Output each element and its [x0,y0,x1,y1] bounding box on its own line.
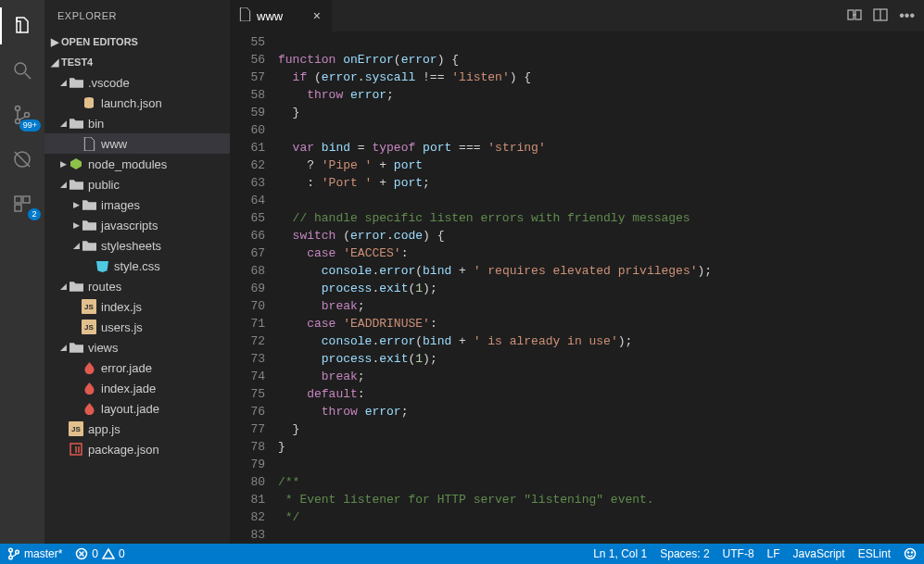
activity-debug[interactable] [0,141,44,178]
split-editor-icon[interactable] [873,7,888,25]
tree-label: users.js [101,320,143,334]
activity-bar: 99+ 2 [0,0,44,544]
chevron-right-icon: ▶ [57,159,69,169]
chevron-down-icon: ◢ [57,343,69,352]
tree-label: www [101,137,127,151]
tree-file-appjs[interactable]: JS app.js [44,419,230,439]
folder-icon [69,340,83,355]
tree-label: error.jade [101,361,152,375]
tree-label: index.js [101,300,142,314]
svg-rect-7 [15,205,21,211]
linter-status[interactable]: ESLint [858,547,891,560]
file-tree: ◢ .vscode launch.json ◢ bin www ▶ node_m… [44,72,230,544]
tree-file-usersjs[interactable]: JS users.js [44,317,230,337]
js-icon: JS [82,320,96,334]
tree-label: javascripts [101,219,158,232]
more-icon[interactable]: ••• [899,7,915,24]
language-mode[interactable]: JavaScript [793,547,845,560]
activity-explorer[interactable] [0,7,44,44]
svg-point-18 [907,552,908,553]
tree-file-packagejson[interactable]: package.json [44,439,230,459]
tab-www[interactable]: www × [230,0,332,31]
tree-file-www[interactable]: www [44,133,230,154]
folder-icon [82,218,96,232]
tree-file-errorjade[interactable]: error.jade [44,357,230,378]
svg-point-15 [16,550,19,554]
chevron-down-icon: ◢ [70,241,82,250]
chevron-down-icon: ◢ [48,56,61,69]
svg-point-3 [25,113,30,118]
tab-label: www [257,9,283,23]
js-icon: JS [82,299,96,314]
js-icon: JS [69,421,83,436]
compare-changes-icon[interactable] [847,7,862,25]
section-root[interactable]: ◢ TEST4 [44,52,230,72]
jade-icon [82,381,96,395]
close-icon[interactable]: × [311,8,323,23]
tree-label: layout.jade [101,402,159,416]
activity-extensions[interactable]: 2 [0,185,44,222]
activity-search[interactable] [0,52,44,89]
search-icon [11,59,33,81]
tree-folder-routes[interactable]: ◢ routes [44,276,230,296]
tree-folder-views[interactable]: ◢ views [44,337,230,357]
chevron-down-icon: ◢ [57,119,69,128]
sidebar: EXPLORER ▶ OPEN EDITORS ◢ TEST4 ◢ .vscod… [44,0,230,544]
encoding-indicator[interactable]: UTF-8 [723,547,754,560]
cursor-position[interactable]: Ln 1, Col 1 [593,547,647,560]
feedback-icon[interactable] [904,547,917,560]
folder-icon [82,238,96,253]
branch-indicator[interactable]: master* [7,547,62,560]
branch-label: master* [24,547,62,560]
tree-folder-images[interactable]: ▶ images [44,194,230,215]
eol-indicator[interactable]: LF [767,547,780,560]
tree-label: bin [88,117,104,131]
problems-indicator[interactable]: 0 0 [75,547,124,560]
chevron-down-icon: ◢ [57,180,69,189]
warnings-count: 0 [119,547,125,560]
indentation-indicator[interactable]: Spaces: 2 [660,547,709,560]
code-content[interactable]: function onError(error) { if (error.sysc… [278,31,924,544]
tree-label: public [88,178,120,192]
activity-scm[interactable]: 99+ [0,96,44,133]
tree-folder-bin[interactable]: ◢ bin [44,113,230,133]
chevron-down-icon: ◢ [57,282,69,291]
gutter: 55 56 57 58 59 60 61 62 63 64 65 66 67 6… [230,31,278,544]
files-icon [11,15,33,37]
status-bar: master* 0 0 Ln 1, Col 1 Spaces: 2 UTF-8 … [0,544,924,564]
svg-point-17 [905,549,916,559]
tree-file-layoutjade[interactable]: layout.jade [44,398,230,419]
tree-folder-stylesheets[interactable]: ◢ stylesheets [44,235,230,256]
tree-folder-nodemodules[interactable]: ▶ node_modules [44,154,230,174]
folder-icon [82,197,96,212]
jade-icon [82,360,96,375]
tree-folder-vscode[interactable]: ◢ .vscode [44,72,230,93]
scm-badge: 99+ [19,119,41,132]
tree-label: node_modules [88,157,167,171]
code-editor[interactable]: 55 56 57 58 59 60 61 62 63 64 65 66 67 6… [230,31,924,544]
folder-icon [69,75,83,90]
tab-bar: www × ••• [230,0,924,31]
tree-folder-javascripts[interactable]: ▶ javascripts [44,215,230,235]
folder-icon [69,279,83,294]
extensions-badge: 2 [28,208,41,220]
error-icon [75,547,88,560]
npm-icon [69,442,83,457]
editor-actions: ••• [838,0,924,31]
tree-label: .vscode [88,76,130,90]
tree-file-indexjs[interactable]: JS index.js [44,296,230,317]
jade-icon [82,401,96,416]
database-icon [82,95,96,110]
file-icon [82,136,96,151]
tree-file-stylecss[interactable]: style.css [44,256,230,276]
file-icon [239,7,251,24]
tree-label: style.css [114,259,160,273]
bug-icon [11,148,33,170]
tree-folder-public[interactable]: ◢ public [44,174,230,194]
tree-file-indexjade[interactable]: index.jade [44,378,230,398]
editor-group: www × ••• 55 56 57 58 59 60 61 62 63 64 … [230,0,924,544]
tree-file-launch[interactable]: launch.json [44,93,230,113]
tree-label: routes [88,280,121,294]
section-label: OPEN EDITORS [61,36,138,47]
section-open-editors[interactable]: ▶ OPEN EDITORS [44,31,230,52]
